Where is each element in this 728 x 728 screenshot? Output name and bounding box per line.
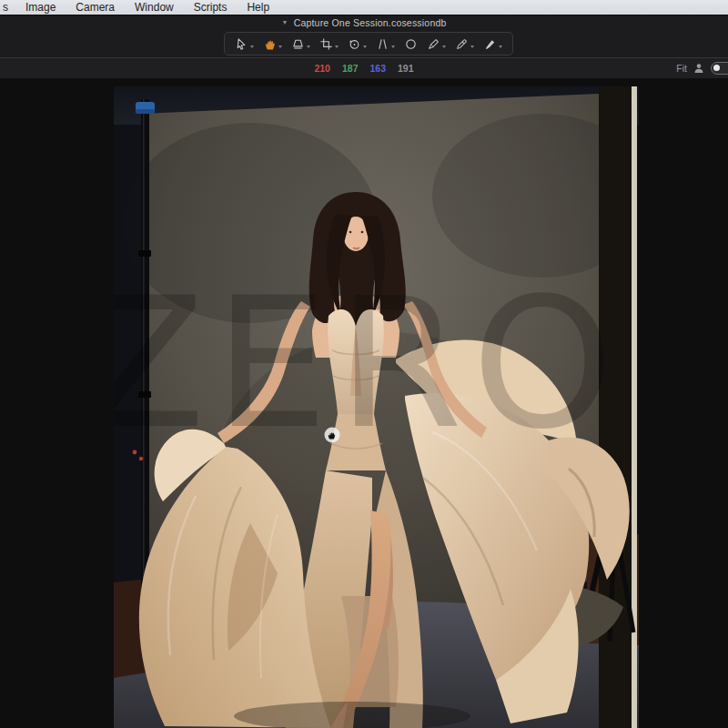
zoom-fit-label[interactable]: Fit	[676, 63, 687, 74]
crop-icon	[319, 37, 333, 51]
adjustment-brush-tool[interactable]	[480, 35, 505, 53]
readout-blue: 163	[370, 63, 387, 74]
pan-cursor-icon	[325, 428, 340, 443]
viewer-controls: Fit	[676, 58, 728, 78]
proof-toggle[interactable]	[711, 62, 728, 75]
tool-dropdown-caret[interactable]	[391, 46, 395, 48]
circle-icon	[404, 37, 418, 51]
tool-dropdown-caret[interactable]	[250, 46, 254, 48]
rotate-icon	[348, 37, 361, 51]
readout-luma: 191	[398, 63, 414, 74]
tool-dropdown-caret[interactable]	[278, 46, 282, 48]
menu-item-scripts[interactable]: Scripts	[184, 1, 238, 14]
menu-bar: s Image Camera Window Scripts Help	[0, 0, 728, 15]
tool-dropdown-caret[interactable]	[363, 46, 367, 48]
user-icon[interactable]	[693, 63, 704, 74]
tool-dropdown-caret[interactable]	[442, 46, 446, 48]
keystone-tool[interactable]	[373, 35, 398, 53]
zero-watermark: ZERO	[114, 258, 622, 469]
pen-icon	[427, 37, 440, 51]
menu-item-window[interactable]: Window	[125, 1, 184, 14]
hand-icon	[263, 37, 277, 51]
spot-removal-tool[interactable]	[401, 35, 420, 53]
menu-item-camera[interactable]: Camera	[66, 1, 125, 14]
draw-mask-tool[interactable]	[424, 35, 449, 53]
rgb-readout: 210 187 163 191	[0, 58, 728, 78]
loupe-icon	[291, 37, 305, 51]
app-header: ▼ Capture One Session.cosessiondb	[0, 15, 728, 57]
photo-canvas[interactable]: ZERO	[114, 86, 639, 728]
tool-dropdown-caret[interactable]	[470, 46, 474, 48]
readout-green: 187	[342, 63, 359, 74]
keystone-icon	[376, 37, 389, 51]
pan-tool[interactable]	[260, 35, 285, 53]
select-tool[interactable]	[232, 35, 257, 53]
tool-group	[224, 32, 513, 56]
tool-dropdown-caret[interactable]	[499, 46, 502, 48]
toolbar	[0, 30, 728, 57]
tool-dropdown-caret[interactable]	[307, 46, 310, 48]
menu-item-partial[interactable]: s	[0, 1, 15, 14]
title-bar: ▼ Capture One Session.cosessiondb	[0, 15, 728, 30]
loupe-tool[interactable]	[288, 35, 313, 53]
disclosure-triangle-icon[interactable]: ▼	[281, 19, 288, 25]
capture-one-window: { "menu_bar": { "items": ["s", "Image", …	[0, 0, 728, 728]
menu-item-image[interactable]: Image	[15, 1, 66, 14]
cursor-icon	[235, 37, 248, 51]
toggle-knob	[713, 65, 720, 71]
menu-item-help[interactable]: Help	[237, 1, 279, 14]
brush-icon	[483, 37, 497, 51]
tool-dropdown-caret[interactable]	[335, 46, 339, 48]
eyedropper-icon	[455, 37, 469, 51]
session-title: Capture One Session.cosessiondb	[294, 17, 447, 28]
info-bar: 210 187 163 191 Fit	[0, 57, 728, 78]
rotate-tool[interactable]	[345, 35, 369, 53]
crop-tool[interactable]	[317, 35, 341, 53]
pick-color-tool[interactable]	[452, 35, 477, 53]
readout-red: 210	[314, 63, 330, 74]
image-viewer[interactable]: ZERO	[0, 78, 728, 728]
